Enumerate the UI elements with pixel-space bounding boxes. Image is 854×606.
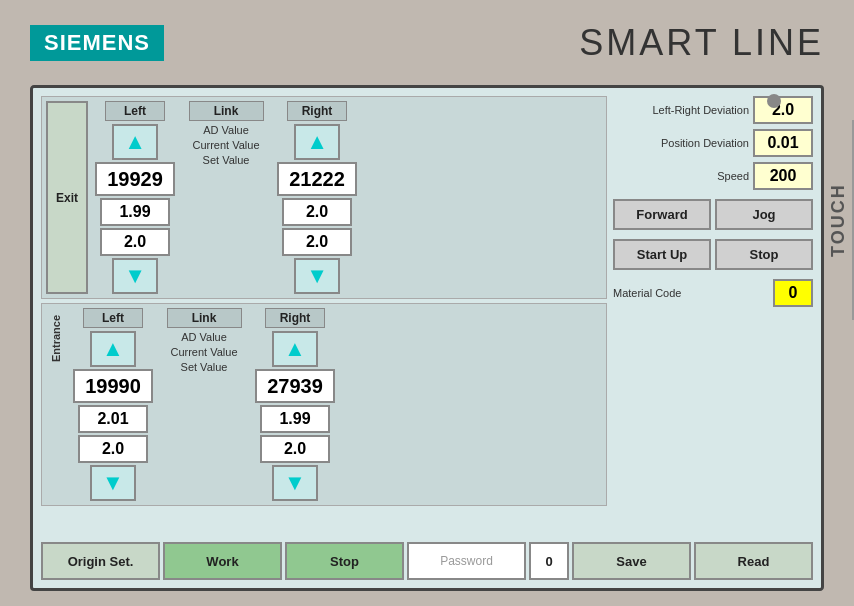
- forward-jog-row: Forward Jog: [613, 199, 813, 230]
- outer-panel: SIEMENS SMART LINE TOUCH Exit: [0, 0, 854, 606]
- entrance-left-header: Left: [83, 308, 143, 328]
- work-left-up-btn[interactable]: ▲: [112, 124, 158, 160]
- speed-value: 200: [753, 162, 813, 190]
- entrance-left-arrows: ▲ 19990 2.01 2.0 ▼: [73, 331, 153, 501]
- entrance-link-col: Link AD Value Current Value Set Value: [159, 308, 249, 501]
- work-right-set-value: 2.0: [282, 228, 352, 256]
- work-left-down-btn[interactable]: ▼: [112, 258, 158, 294]
- forward-button[interactable]: Forward: [613, 199, 711, 230]
- siemens-logo: SIEMENS: [30, 25, 164, 61]
- stop-button[interactable]: Stop: [285, 542, 404, 580]
- work-link-col: Link AD Value Current Value Set Value: [181, 101, 271, 294]
- speed-row: Speed 200: [613, 162, 813, 190]
- dot-indicator: [767, 94, 781, 108]
- entrance-right-header: Right: [265, 308, 325, 328]
- material-row: Material Code 0: [613, 279, 813, 307]
- work-right-ad-value: 21222: [277, 162, 357, 196]
- work-button[interactable]: Work: [163, 542, 282, 580]
- top-bar: SIEMENS SMART LINE: [0, 0, 854, 85]
- work-ad-label: AD Value: [203, 124, 249, 136]
- work-left-set-value: 2.0: [100, 228, 170, 256]
- entrance-set-label: Set Value: [181, 361, 228, 373]
- pos-deviation-row: Position Deviation 0.01: [613, 129, 813, 157]
- entrance-current-label: Current Value: [170, 346, 237, 358]
- left-panel: Exit Left ▲ 19929 1.99 2.0: [41, 96, 607, 534]
- entrance-left-up-btn[interactable]: ▲: [90, 331, 136, 367]
- work-left-col: Left ▲ 19929 1.99 2.0 ▼: [95, 101, 175, 294]
- work-right-current-value: 2.0: [282, 198, 352, 226]
- entrance-left-col: Left ▲ 19990 2.01 2.0 ▼: [73, 308, 153, 501]
- material-label: Material Code: [613, 287, 769, 299]
- origin-set-button[interactable]: Origin Set.: [41, 542, 160, 580]
- pos-deviation-label: Position Deviation: [661, 137, 749, 149]
- work-right-header: Right: [287, 101, 347, 121]
- lr-deviation-row: Left-Right Deviation 2.0: [613, 96, 813, 124]
- entrance-right-down-btn[interactable]: ▼: [272, 465, 318, 501]
- work-set-label: Set Value: [203, 154, 250, 166]
- entrance-ad-label: AD Value: [181, 331, 227, 343]
- right-panel: Left-Right Deviation 2.0 Position Deviat…: [613, 96, 813, 534]
- entrance-right-ad-value: 27939: [255, 369, 335, 403]
- work-right-col: Right ▲ 21222 2.0 2.0 ▼: [277, 101, 357, 294]
- entrance-left-ad-value: 19990: [73, 369, 153, 403]
- password-field[interactable]: Password: [407, 542, 526, 580]
- speed-label: Speed: [669, 170, 749, 182]
- pos-deviation-value: 0.01: [753, 129, 813, 157]
- entrance-right-set-value: 2.0: [260, 435, 330, 463]
- lr-deviation-label: Left-Right Deviation: [652, 104, 749, 116]
- startup-stop-row: Start Up Stop: [613, 239, 813, 270]
- entrance-section-content: Left ▲ 19990 2.01 2.0 ▼: [73, 308, 602, 501]
- work-right-up-btn[interactable]: ▲: [294, 124, 340, 160]
- lr-deviation-value: 2.0: [753, 96, 813, 124]
- entrance-right-arrows: ▲ 27939 1.99 2.0 ▼: [255, 331, 335, 501]
- material-value: 0: [773, 279, 813, 307]
- entrance-left-down-btn[interactable]: ▼: [90, 465, 136, 501]
- entrance-label: Entrance: [46, 308, 66, 368]
- startup-button[interactable]: Start Up: [613, 239, 711, 270]
- entrance-right-col: Right ▲ 27939 1.99 2.0 ▼: [255, 308, 335, 501]
- entrance-left-current-value: 2.01: [78, 405, 148, 433]
- touch-tab: TOUCH: [824, 120, 854, 320]
- work-right-arrows: ▲ 21222 2.0 2.0 ▼: [277, 124, 357, 294]
- screen-inner: Exit Left ▲ 19929 1.99 2.0: [41, 96, 813, 580]
- right-stop-button[interactable]: Stop: [715, 239, 813, 270]
- exit-button[interactable]: Exit: [46, 101, 88, 294]
- read-button[interactable]: Read: [694, 542, 813, 580]
- work-link-header: Link: [189, 101, 264, 121]
- work-left-current-value: 1.99: [100, 198, 170, 226]
- work-left-ad-value: 19929: [95, 162, 175, 196]
- password-value: 0: [529, 542, 569, 580]
- work-right-down-btn[interactable]: ▼: [294, 258, 340, 294]
- bottom-bar: Origin Set. Work Stop Password 0 Save Re…: [41, 542, 813, 580]
- entrance-right-current-value: 1.99: [260, 405, 330, 433]
- entrance-left-set-value: 2.0: [78, 435, 148, 463]
- jog-button[interactable]: Jog: [715, 199, 813, 230]
- entrance-right-up-btn[interactable]: ▲: [272, 331, 318, 367]
- save-button[interactable]: Save: [572, 542, 691, 580]
- work-left-header: Left: [105, 101, 165, 121]
- work-left-arrows: ▲ 19929 1.99 2.0 ▼: [95, 124, 175, 294]
- work-section: Exit Left ▲ 19929 1.99 2.0: [41, 96, 607, 299]
- entrance-link-header: Link: [167, 308, 242, 328]
- entrance-section: Entrance Left ▲ 19990 2.01 2.0: [41, 303, 607, 506]
- work-current-label: Current Value: [192, 139, 259, 151]
- work-section-content: Left ▲ 19929 1.99 2.0 ▼: [95, 101, 602, 294]
- password-placeholder: Password: [440, 554, 493, 568]
- screen: Exit Left ▲ 19929 1.99 2.0: [30, 85, 824, 591]
- smart-line-title: SMART LINE: [579, 22, 824, 64]
- main-content: Exit Left ▲ 19929 1.99 2.0: [41, 96, 813, 534]
